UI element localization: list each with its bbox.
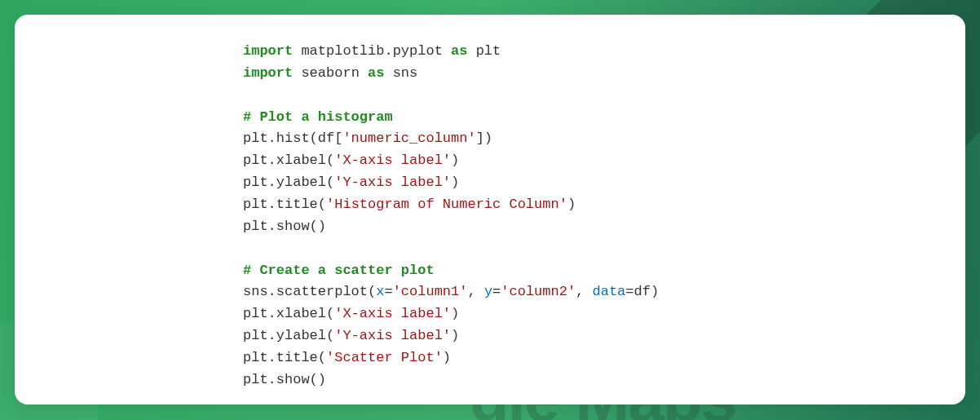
code-text: ) xyxy=(451,153,459,168)
code-text: plt.ylabel( xyxy=(243,175,334,190)
code-block: import matplotlib.pyplot as plt import s… xyxy=(243,41,939,391)
code-text: = xyxy=(492,284,501,299)
code-text: plt.ylabel( xyxy=(243,328,334,343)
code-text: plt.show() xyxy=(243,219,326,234)
code-text: ]) xyxy=(476,130,492,146)
code-text: plt.title( xyxy=(243,350,326,365)
comment: # Plot a histogram xyxy=(243,109,393,125)
param-name: y xyxy=(484,284,492,299)
code-text: , xyxy=(576,284,592,299)
string-literal: 'numeric_column' xyxy=(342,130,475,146)
code-text: plt.show() xyxy=(243,372,326,387)
param-name: x xyxy=(376,284,384,299)
code-text: ) xyxy=(451,175,459,190)
string-literal: 'Y-axis label' xyxy=(334,328,451,343)
code-text: ) xyxy=(451,328,459,343)
code-text: = xyxy=(384,284,392,299)
string-literal: 'Scatter Plot' xyxy=(326,350,443,365)
string-literal: 'X-axis label' xyxy=(334,306,451,321)
module-name: seaborn xyxy=(301,65,359,81)
code-text: ) xyxy=(443,350,451,365)
keyword-as: as xyxy=(368,65,384,81)
keyword-as: as xyxy=(451,43,467,59)
keyword-import: import xyxy=(243,65,293,81)
string-literal: 'Histogram of Numeric Column' xyxy=(326,197,567,212)
code-text: , xyxy=(467,284,483,299)
alias: sns xyxy=(393,65,418,81)
comment: # Create a scatter plot xyxy=(243,263,435,278)
code-text: plt.xlabel( xyxy=(243,153,334,168)
string-literal: 'column2' xyxy=(501,284,576,299)
code-text: plt.hist(df[ xyxy=(243,130,342,146)
alias: plt xyxy=(476,43,501,59)
string-literal: 'X-axis label' xyxy=(334,153,451,168)
keyword-import: import xyxy=(243,43,293,59)
string-literal: 'column1' xyxy=(393,284,468,299)
param-name: data xyxy=(593,284,626,299)
code-text: ) xyxy=(567,197,576,212)
module-name: matplotlib.pyplot xyxy=(301,43,442,59)
code-text: plt.title( xyxy=(243,197,326,212)
code-text: ) xyxy=(451,306,459,321)
code-text: plt.xlabel( xyxy=(243,306,334,321)
code-card: import matplotlib.pyplot as plt import s… xyxy=(15,15,965,405)
string-literal: 'Y-axis label' xyxy=(334,175,451,190)
code-text: sns.scatterplot( xyxy=(243,284,376,299)
code-text: =df) xyxy=(625,284,659,299)
